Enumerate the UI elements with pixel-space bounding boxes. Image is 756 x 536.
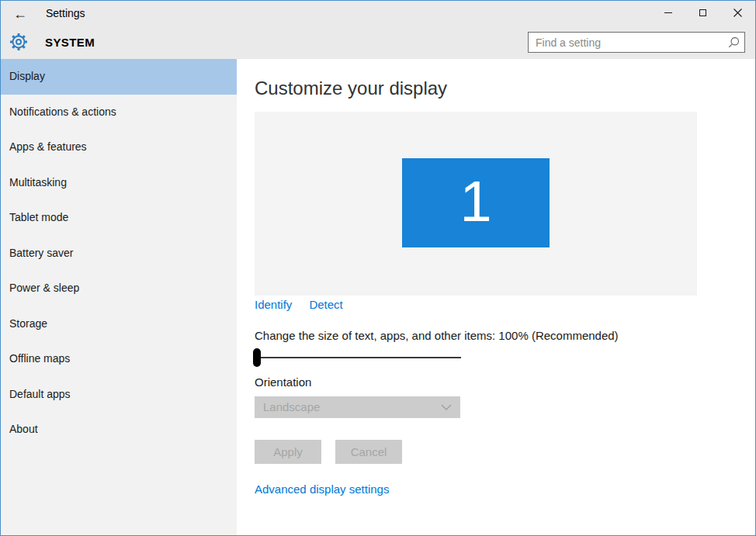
back-arrow-icon: ← [13,6,27,22]
gear-icon [8,31,29,53]
main-content: Customize your display 1 Identify Detect… [237,59,756,536]
minimize-button[interactable] [650,1,685,25]
settings-window: ← Settings [0,0,756,536]
preview-links: Identify Detect [255,298,343,311]
search-icon[interactable] [728,36,740,48]
sidebar-item-tablet-mode[interactable]: Tablet mode [1,200,237,236]
identify-link[interactable]: Identify [255,298,292,311]
orientation-value: Landscape [255,396,460,418]
monitor-1[interactable]: 1 [402,158,550,247]
window-title: Settings [46,7,85,19]
sidebar-item-about[interactable]: About [1,412,237,448]
slider-track[interactable] [255,357,461,358]
back-button[interactable]: ← [10,4,30,24]
cancel-button[interactable]: Cancel [335,440,402,464]
advanced-display-settings-link[interactable]: Advanced display settings [255,482,389,496]
sidebar-item-notifications-actions[interactable]: Notifications & actions [1,95,237,130]
sidebar: Display Notifications & actions Apps & f… [1,59,237,536]
topbar: ← Settings [1,1,755,59]
page-title: Customize your display [255,78,447,99]
orientation-label: Orientation [255,375,311,389]
sidebar-item-default-apps[interactable]: Default apps [1,377,237,413]
slider-thumb[interactable] [253,348,261,367]
window-controls [650,1,755,25]
apply-button[interactable]: Apply [255,440,321,464]
sidebar-item-battery-saver[interactable]: Battery saver [1,236,237,271]
sidebar-item-apps-features[interactable]: Apps & features [1,130,237,165]
sidebar-item-storage[interactable]: Storage [1,306,237,342]
sidebar-item-display[interactable]: Display [1,59,237,95]
detect-link[interactable]: Detect [309,298,342,311]
search-box [528,32,745,53]
sidebar-item-offline-maps[interactable]: Offline maps [1,341,237,377]
orientation-dropdown[interactable]: Landscape [255,396,460,418]
maximize-button[interactable] [685,1,720,25]
page-section-title: SYSTEM [45,36,95,49]
search-input[interactable] [528,32,745,53]
scaling-label: Change the size of text, apps, and other… [255,329,619,342]
sidebar-item-power-sleep[interactable]: Power & sleep [1,271,237,306]
maximize-icon [699,9,706,16]
display-preview-area: 1 [255,112,697,296]
sidebar-item-multitasking[interactable]: Multitasking [1,165,237,201]
scaling-slider[interactable] [255,348,461,367]
close-icon [733,9,742,17]
close-button[interactable] [720,1,755,25]
minimize-icon [664,12,672,13]
chevron-down-icon [441,404,452,410]
